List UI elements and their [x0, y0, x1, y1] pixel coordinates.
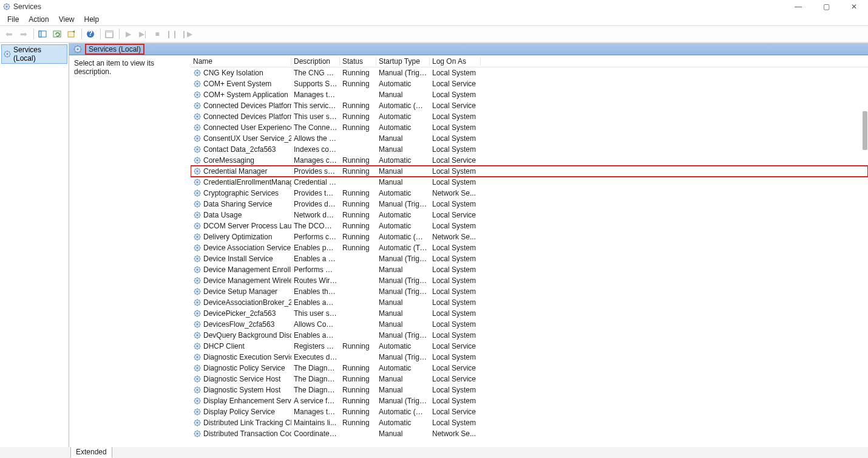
forward-button[interactable]: ➡ [17, 27, 30, 41]
help-button[interactable]: ? [84, 27, 97, 41]
service-row[interactable]: Diagnostic Service HostThe Diagnos...Run… [191, 374, 868, 385]
close-button[interactable]: ✕ [840, 0, 868, 13]
start-service-button[interactable]: ▶ [121, 27, 135, 41]
service-row[interactable]: DevicePicker_2cfa563This user ser...Manu… [191, 308, 868, 319]
service-row[interactable]: Diagnostic Policy ServiceThe Diagnos...R… [191, 363, 868, 374]
service-row[interactable]: Cryptographic ServicesProvides thr...Run… [191, 188, 868, 199]
service-logon: Network Se... [430, 429, 481, 438]
scrollbar-thumb[interactable] [863, 111, 867, 150]
service-row[interactable]: COM+ Event SystemSupports Sy...RunningAu… [191, 78, 868, 89]
service-startup: Manual (Trigg... [376, 353, 430, 361]
menu-action[interactable]: Action [24, 14, 53, 25]
service-status: Running [340, 156, 376, 165]
column-status[interactable]: Status [340, 57, 376, 66]
tree-item-services-local[interactable]: Services (Local) [1, 44, 67, 64]
menu-file[interactable]: File [2, 14, 24, 25]
calendar-button[interactable] [103, 27, 116, 41]
service-row[interactable]: Device Association ServiceEnables pairi.… [191, 242, 868, 253]
tree-item-label: Services (Local) [13, 46, 66, 63]
service-row[interactable]: DCOM Server Process Launc...The DCOML...… [191, 220, 868, 231]
service-row[interactable]: Data UsageNetwork dat...RunningAutomatic… [191, 210, 868, 220]
gear-icon [193, 375, 202, 383]
service-logon: Local System [430, 91, 481, 99]
service-row[interactable]: Display Enhancement ServiceA service for… [191, 395, 868, 406]
stop-service-button[interactable]: ■ [151, 27, 164, 41]
service-row[interactable]: Connected User Experiences ...The Connec… [191, 122, 868, 133]
service-row[interactable]: DHCP ClientRegisters an...RunningAutomat… [191, 341, 868, 352]
column-name[interactable]: Name [191, 57, 291, 66]
service-row[interactable]: DevQuery Background Disc...Enables app..… [191, 330, 868, 341]
service-logon: Local Service [430, 364, 481, 372]
service-name: Data Usage [203, 211, 242, 219]
service-row[interactable]: Delivery OptimizationPerforms co...Runni… [191, 231, 868, 242]
service-logon: Local System [430, 309, 481, 318]
service-row[interactable]: Connected Devices Platform ...This user … [191, 111, 868, 122]
menu-help[interactable]: Help [80, 14, 104, 25]
column-description[interactable]: Description [291, 57, 340, 66]
service-row[interactable]: Distributed Transaction Coor...Coordinat… [191, 428, 868, 439]
gear-icon [193, 276, 202, 285]
service-status: Running [340, 233, 376, 241]
maximize-button[interactable]: ▢ [812, 0, 840, 13]
service-row[interactable]: Contact Data_2cfa563Indexes cont...Manua… [191, 144, 868, 155]
service-row[interactable]: Device Install ServiceEnables a co...Man… [191, 253, 868, 264]
service-name: DevQuery Background Disc... [203, 331, 291, 340]
restart-service-button[interactable]: ❙▶ [180, 27, 193, 41]
menu-view[interactable]: View [54, 14, 80, 25]
service-desc: Allows Conn... [291, 320, 340, 329]
service-row[interactable]: CredentialEnrollmentManag...Credential E… [191, 177, 868, 188]
service-status: Running [340, 112, 376, 121]
service-row[interactable]: Connected Devices Platform ...This servi… [191, 100, 868, 111]
service-desc: The DCOML... [291, 222, 340, 230]
service-row[interactable]: CNG Key IsolationThe CNG ke...RunningMan… [191, 67, 868, 78]
service-startup: Automatic [376, 211, 430, 219]
service-name: CNG Key Isolation [203, 69, 263, 77]
service-status: Running [340, 101, 376, 110]
gear-icon [193, 386, 202, 394]
service-desc: Supports Sy... [291, 80, 340, 88]
service-logon: Local System [430, 244, 481, 252]
service-status: Running [340, 80, 376, 88]
pause-service-button[interactable]: ❙❙ [165, 27, 178, 41]
back-button[interactable]: ⬅ [2, 27, 16, 41]
service-desc: Registers an... [291, 342, 340, 350]
service-name: Diagnostic Execution Service [203, 353, 291, 361]
service-name: COM+ Event System [203, 80, 271, 88]
refresh-console-button[interactable] [50, 27, 64, 41]
service-desc: This service i... [291, 101, 340, 110]
column-startup-type[interactable]: Startup Type [376, 57, 430, 66]
svg-rect-11 [39, 31, 41, 37]
service-row[interactable]: DevicesFlow_2cfa563Allows Conn...ManualL… [191, 319, 868, 330]
minimize-button[interactable]: — [784, 0, 812, 13]
service-desc: Indexes cont... [291, 145, 340, 154]
service-row[interactable]: CoreMessagingManages co...RunningAutomat… [191, 155, 868, 166]
service-row[interactable]: Device Setup ManagerEnables the ...Manua… [191, 286, 868, 297]
stop-after-button[interactable]: ▶| [136, 27, 149, 41]
service-startup: Manual [376, 320, 430, 329]
service-row[interactable]: Data Sharing ServiceProvides dat...Runni… [191, 199, 868, 210]
service-row[interactable]: ConsentUX User Service_2cf...Allows the … [191, 133, 868, 144]
service-row[interactable]: Device Management Wireles...Routes Wirel… [191, 275, 868, 286]
export-list-button[interactable] [65, 27, 78, 41]
service-list[interactable]: Name Description Status Startup Type Log… [191, 55, 868, 448]
service-desc: Routes Wirel... [291, 276, 340, 285]
service-row[interactable]: Credential ManagerProvides sec...Running… [191, 166, 868, 177]
service-row[interactable]: Device Management Enroll...Performs De..… [191, 264, 868, 275]
vertical-scrollbar[interactable] [860, 55, 868, 448]
tab-extended[interactable]: Extended [70, 447, 112, 458]
gear-icon [193, 287, 202, 296]
column-logon-as[interactable]: Log On As [430, 57, 481, 66]
service-startup: Manual (Trigg... [376, 331, 430, 340]
service-row[interactable]: Display Policy ServiceManages th...Runni… [191, 406, 868, 417]
service-row[interactable]: Distributed Link Tracking Cli...Maintain… [191, 417, 868, 428]
service-desc: The Connect... [291, 123, 340, 132]
service-desc: Performs co... [291, 233, 340, 241]
service-row[interactable]: Diagnostic System HostThe Diagnos...Runn… [191, 385, 868, 395]
service-row[interactable]: COM+ System ApplicationManages th...Manu… [191, 89, 868, 100]
service-startup: Automatic [376, 222, 430, 230]
restart-icon: ❙▶ [181, 30, 192, 38]
service-row[interactable]: Diagnostic Execution ServiceExecutes dia… [191, 352, 868, 363]
service-row[interactable]: DeviceAssociationBroker_2cf...Enables ap… [191, 297, 868, 308]
show-hide-tree-button[interactable] [36, 27, 49, 41]
service-desc: The Diagnos... [291, 375, 340, 383]
